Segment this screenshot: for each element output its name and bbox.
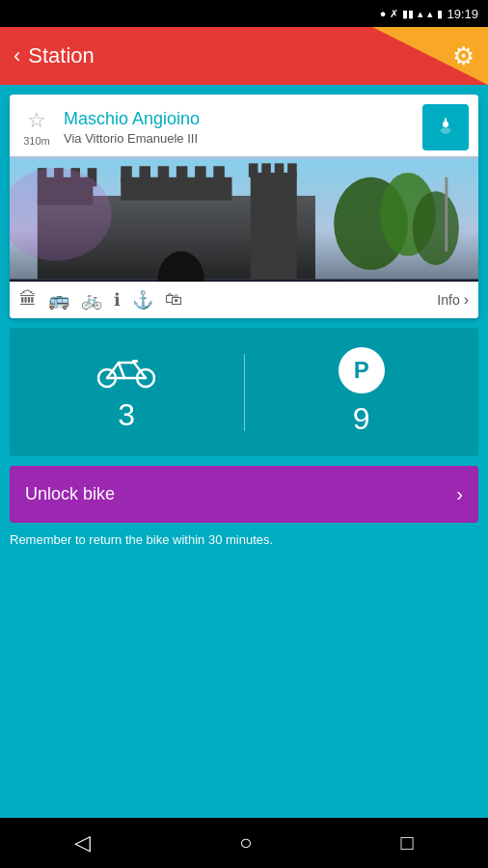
header-left: ‹ Station (14, 43, 95, 68)
station-title: Maschio Angioino (64, 109, 422, 129)
info-link[interactable]: Info › (437, 291, 469, 309)
svg-rect-13 (195, 166, 206, 182)
shopping-icon[interactable]: 🛍 (165, 289, 182, 311)
svg-rect-14 (213, 166, 225, 182)
bike-icon (97, 351, 155, 390)
anchor-icon[interactable]: ⚓ (132, 289, 153, 311)
status-icons: ● ✗ ▮▮ ▴ ▴ ▮ 19:19 (380, 7, 478, 21)
nav-home-icon[interactable]: ○ (239, 830, 252, 855)
page-title: Station (28, 43, 95, 68)
svg-rect-9 (121, 166, 132, 182)
svg-rect-28 (132, 360, 138, 363)
svg-rect-10 (139, 166, 150, 182)
parking-count: 9 (353, 401, 370, 437)
svg-rect-16 (251, 173, 297, 279)
bike-panel: 3 P 9 (10, 328, 478, 456)
star-distance: ☆ 310m (19, 108, 54, 147)
parking-section: P 9 (255, 347, 470, 437)
unlock-bike-label: Unlock bike (25, 484, 115, 504)
category-row: 🏛 🚌 🚲 ℹ ⚓ 🛍 Info › (10, 282, 478, 318)
station-address: Via Vittorio Emanuele III (64, 131, 422, 146)
map-button[interactable] (422, 104, 469, 150)
parking-letter: P (354, 357, 369, 384)
location-icon: ● (380, 8, 387, 19)
station-card: ☆ 310m Maschio Angioino Via Vittorio Ema… (10, 95, 478, 318)
svg-rect-17 (249, 163, 258, 176)
distance-label: 310m (23, 135, 50, 147)
bluetooth-icon: ✗ (390, 8, 398, 20)
svg-point-0 (443, 122, 448, 127)
parking-circle: P (339, 347, 385, 393)
station-image (10, 156, 478, 282)
signal-icon: ▴ (427, 8, 433, 20)
map-direction-icon (433, 115, 458, 140)
favorite-star-icon[interactable]: ☆ (27, 108, 46, 133)
reminder-text: Remember to return the bike within 30 mi… (10, 532, 478, 547)
app-header: ‹ Station ⚙ (0, 27, 488, 85)
bus-icon[interactable]: 🚌 (48, 289, 69, 311)
back-arrow-icon[interactable]: ‹ (14, 43, 20, 68)
unlock-bike-button[interactable]: Unlock bike › (10, 466, 478, 523)
info-arrow-icon: › (464, 291, 469, 309)
status-bar: ● ✗ ▮▮ ▴ ▴ ▮ 19:19 (0, 0, 488, 27)
bike-section: 3 (19, 351, 234, 433)
category-icons: 🏛 🚌 🚲 ℹ ⚓ 🛍 (19, 289, 437, 311)
wifi-icon: ▴ (418, 8, 423, 20)
bike-count: 3 (118, 397, 135, 433)
main-content: ☆ 310m Maschio Angioino Via Vittorio Ema… (0, 85, 488, 818)
station-name-block: Maschio Angioino Via Vittorio Emanuele I… (64, 109, 422, 146)
status-time: 19:19 (447, 7, 478, 21)
divider (244, 354, 245, 431)
svg-rect-18 (261, 163, 271, 176)
nav-back-icon[interactable]: ◁ (74, 830, 91, 855)
nav-recents-icon[interactable]: □ (401, 830, 414, 855)
vibrate-icon: ▮▮ (402, 8, 414, 20)
unlock-arrow-icon: › (456, 483, 463, 505)
settings-button[interactable]: ⚙ (452, 43, 474, 68)
svg-rect-11 (158, 166, 170, 182)
battery-icon: ▮ (437, 8, 443, 20)
station-info-row: ☆ 310m Maschio Angioino Via Vittorio Ema… (10, 95, 478, 156)
svg-point-23 (413, 191, 459, 265)
info-link-label: Info (437, 292, 459, 308)
nav-bar: ◁ ○ □ (0, 818, 488, 868)
svg-rect-12 (176, 166, 188, 182)
museum-icon[interactable]: 🏛 (19, 289, 37, 311)
info-category-icon[interactable]: ℹ (114, 289, 121, 311)
svg-rect-19 (275, 163, 285, 176)
bike-category-icon[interactable]: 🚲 (81, 289, 102, 311)
svg-rect-20 (287, 163, 297, 176)
svg-rect-24 (445, 177, 447, 252)
